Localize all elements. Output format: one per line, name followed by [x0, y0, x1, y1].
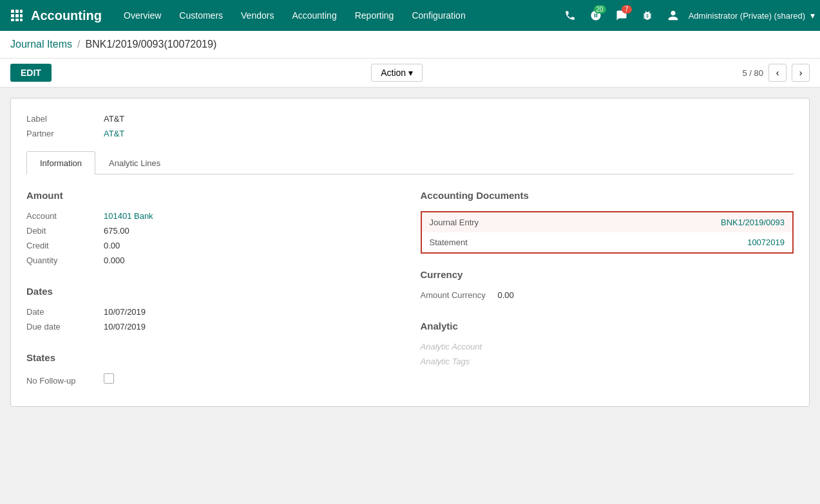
- statement-label: Statement: [421, 232, 589, 253]
- tab-analytic-lines[interactable]: Analytic Lines: [95, 151, 174, 174]
- label-field-label: Label: [26, 114, 104, 124]
- statement-value[interactable]: 10072019: [589, 232, 793, 253]
- date-value: 10/07/2019: [104, 307, 146, 317]
- journal-entry-row: Journal Entry BNK1/2019/0093: [421, 212, 794, 232]
- dates-section-title: Dates: [26, 286, 400, 297]
- credit-value: 0.00: [104, 241, 120, 250]
- left-column: Amount Account 101401 Bank Debit 675.00 …: [26, 190, 400, 391]
- due-date-label: Due date: [26, 322, 104, 331]
- analytic-section-title: Analytic: [421, 321, 794, 331]
- svg-rect-7: [15, 19, 19, 21]
- svg-rect-1: [15, 10, 19, 13]
- nav-menu: Overview Customers Vendors Accounting Re…: [115, 0, 557, 31]
- user-label[interactable]: Administrator (Private) (shared): [689, 11, 805, 21]
- breadcrumb-separator: /: [77, 39, 80, 50]
- journal-entry-value[interactable]: BNK1/2019/0093: [589, 212, 793, 232]
- nav-accounting[interactable]: Accounting: [283, 0, 345, 31]
- quantity-row: Quantity 0.000: [26, 256, 400, 265]
- debit-label: Debit: [26, 226, 104, 236]
- svg-rect-0: [11, 10, 14, 13]
- partner-row: Partner AT&T: [26, 129, 794, 138]
- svg-rect-4: [15, 14, 19, 17]
- svg-rect-2: [20, 10, 23, 13]
- account-value[interactable]: 101401 Bank: [104, 211, 153, 221]
- analytic-tags-row: Analytic Tags: [421, 357, 794, 366]
- form-card: Label AT&T Partner AT&T Information Anal…: [10, 98, 810, 407]
- breadcrumb-parent[interactable]: Journal Items: [10, 39, 72, 50]
- due-date-row: Due date 10/07/2019: [26, 322, 400, 331]
- action-button[interactable]: Action ▾: [371, 64, 423, 82]
- nav-overview[interactable]: Overview: [115, 0, 170, 31]
- amount-currency-label: Amount Currency: [421, 290, 498, 300]
- breadcrumb: Journal Items / BNK1/2019/0093(10072019): [0, 31, 820, 59]
- top-navigation: Accounting Overview Customers Vendors Ac…: [0, 0, 820, 31]
- messages-badge: 7: [622, 5, 632, 14]
- next-button[interactable]: ›: [792, 64, 810, 82]
- states-section: States No Follow-up: [26, 352, 400, 386]
- pagination: 5 / 80 ‹ ›: [742, 64, 810, 82]
- analytic-account-placeholder[interactable]: Analytic Account: [421, 342, 482, 351]
- nav-vendors[interactable]: Vendors: [232, 0, 283, 31]
- nav-configuration[interactable]: Configuration: [403, 0, 474, 31]
- accounting-docs-title: Accounting Documents: [421, 190, 794, 201]
- edit-button[interactable]: EDIT: [10, 64, 52, 82]
- quantity-value: 0.000: [104, 256, 125, 265]
- no-followup-label: No Follow-up: [26, 376, 104, 386]
- svg-rect-6: [11, 19, 14, 21]
- amount-currency-value: 0.00: [498, 290, 514, 300]
- currency-section: Currency Amount Currency 0.00: [421, 269, 794, 300]
- date-label: Date: [26, 307, 104, 317]
- date-row: Date 10/07/2019: [26, 307, 400, 317]
- form-two-col: Amount Account 101401 Bank Debit 675.00 …: [26, 190, 794, 391]
- nav-reporting[interactable]: Reporting: [346, 0, 403, 31]
- debit-row: Debit 675.00: [26, 226, 400, 236]
- breadcrumb-current: BNK1/2019/0093(10072019): [86, 39, 217, 50]
- app-title: Accounting: [31, 8, 102, 23]
- nav-customers[interactable]: Customers: [170, 0, 232, 31]
- amount-currency-row: Amount Currency 0.00: [421, 290, 794, 300]
- activity-badge: 20: [594, 5, 606, 14]
- svg-rect-8: [20, 19, 23, 21]
- partner-field-value[interactable]: AT&T: [104, 129, 124, 138]
- journal-entry-label: Journal Entry: [421, 212, 589, 232]
- prev-button[interactable]: ‹: [768, 64, 787, 82]
- nav-right-controls: 20 7 Administrator (Private) (shared) ▾: [560, 5, 815, 26]
- analytic-tags-placeholder[interactable]: Analytic Tags: [421, 357, 470, 366]
- user-icon: [663, 5, 683, 26]
- credit-row: Credit 0.00: [26, 241, 400, 250]
- label-row: Label AT&T: [26, 114, 794, 124]
- states-section-title: States: [26, 352, 400, 363]
- tabs-container: Information Analytic Lines: [26, 151, 794, 174]
- dates-section: Dates Date 10/07/2019 Due date 10/07/201…: [26, 286, 400, 331]
- analytic-section: Analytic Analytic Account Analytic Tags: [421, 321, 794, 366]
- action-bar: EDIT Action ▾ 5 / 80 ‹ ›: [0, 59, 820, 88]
- activity-icon[interactable]: 20: [586, 5, 606, 26]
- svg-rect-3: [11, 14, 14, 17]
- currency-section-title: Currency: [421, 269, 794, 280]
- svg-rect-5: [20, 14, 23, 17]
- user-dropdown-icon[interactable]: ▾: [810, 10, 815, 21]
- accounting-docs-table: Journal Entry BNK1/2019/0093 Statement 1…: [421, 211, 794, 254]
- statement-row: Statement 10072019: [421, 232, 794, 253]
- tab-information[interactable]: Information: [26, 151, 95, 174]
- no-followup-row: No Follow-up: [26, 373, 400, 386]
- partner-field-label: Partner: [26, 129, 104, 138]
- label-field-value: AT&T: [104, 114, 124, 124]
- debug-icon[interactable]: [637, 5, 658, 26]
- amount-section: Amount Account 101401 Bank Debit 675.00 …: [26, 190, 400, 265]
- amount-section-title: Amount: [26, 190, 400, 201]
- main-content: Label AT&T Partner AT&T Information Anal…: [0, 88, 820, 417]
- account-row: Account 101401 Bank: [26, 211, 400, 221]
- phone-icon[interactable]: [560, 5, 580, 26]
- no-followup-checkbox[interactable]: [104, 373, 114, 384]
- grid-menu-icon[interactable]: [5, 4, 28, 27]
- debit-value: 675.00: [104, 226, 129, 236]
- due-date-value: 10/07/2019: [104, 322, 146, 331]
- accounting-docs-section: Accounting Documents Journal Entry BNK1/…: [421, 190, 794, 254]
- messages-icon[interactable]: 7: [611, 5, 632, 26]
- right-column: Accounting Documents Journal Entry BNK1/…: [421, 190, 794, 391]
- pagination-text: 5 / 80: [742, 68, 763, 78]
- credit-label: Credit: [26, 241, 104, 250]
- account-label: Account: [26, 211, 104, 221]
- quantity-label: Quantity: [26, 256, 104, 265]
